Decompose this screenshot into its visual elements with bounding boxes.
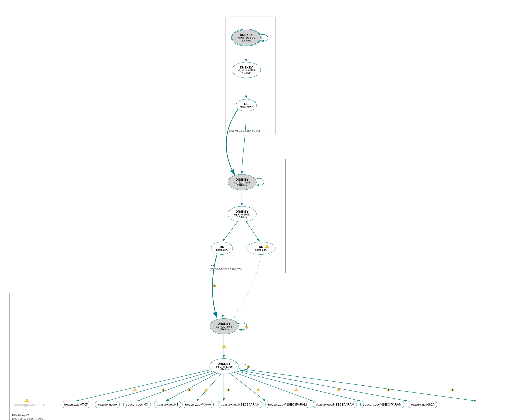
rrset-aaaa-label: treasury.gov/AAAA (185, 403, 211, 406)
rrset-ns[interactable]: treasury.gov/NS (154, 401, 181, 408)
warning-icon (204, 388, 208, 392)
root-ksk-title: DNSKEY (240, 33, 253, 37)
gov-ds1-line2: digest alg=2 (216, 249, 228, 251)
tr-ksk-line3: 1024 bits (219, 328, 229, 331)
rrset-soa[interactable]: treasury.gov/SOA (408, 401, 437, 408)
rrset-n3p2-label: treasury.gov/NSEC3PARAM (268, 403, 307, 406)
node-root-zsk[interactable]: DNSKEY alg=8, id=60955 2048 bits (232, 62, 261, 78)
tr-ksk-title: DNSKEY (218, 322, 230, 325)
zone-gov-time: (2023-05-12 03:27:20 UTC) (210, 268, 241, 271)
gov-zsk-line3: 1280 bits (237, 216, 247, 218)
node-root-ksk[interactable]: DNSKEY alg=8, id=20326 2048 bits (232, 30, 261, 45)
gov-ds1-title: DS (220, 245, 224, 249)
gov-ds2-title: DS (259, 245, 263, 249)
rrset-mx[interactable]: treasury.gov/MX (123, 401, 151, 408)
rrset-a-label: treasury.gov/A (98, 403, 117, 406)
gov-ds2-line2: digest alg=1 (255, 249, 267, 251)
root-zsk-title: DNSKEY (240, 66, 253, 69)
zone-root-name: . (228, 125, 260, 129)
warning-icon (222, 344, 226, 348)
warning-icon (25, 398, 29, 403)
rrset-n3p3-label: treasury.gov/NSEC3PARAM (315, 403, 354, 406)
zone-gov-name: gov (210, 263, 241, 268)
rrset-soa-label: treasury.gov/SOA (410, 403, 435, 406)
gov-zsk-line2: alg=8, id=50011 (233, 213, 251, 216)
warning-icon (247, 365, 251, 369)
node-gov-zsk[interactable]: DNSKEY alg=8, id=50011 1280 bits (228, 206, 256, 222)
rrset-txt[interactable]: treasury.gov/TXT (62, 401, 90, 408)
rrset-aaaa[interactable]: treasury.gov/AAAA (182, 401, 214, 408)
rrset-txt-label: treasury.gov/TXT (64, 403, 88, 406)
rrset-ns-label: treasury.gov/NS (157, 403, 179, 406)
warning-icon (386, 388, 391, 392)
gov-zsk-title: DNSKEY (236, 210, 248, 213)
root-ksk-line2: alg=8, id=20326 (238, 37, 255, 39)
warning-icon (212, 283, 217, 287)
root-zsk-line3: 2048 bits (241, 72, 251, 75)
warning-icon (294, 388, 298, 392)
warning-icon (450, 388, 455, 392)
warning-icon (244, 325, 248, 329)
node-gov-ds1[interactable]: DS digest alg=2 (211, 242, 233, 255)
rrset-n3p4-label: treasury.gov/NSEC3PARAM (363, 403, 402, 406)
tr-zsk-line2: alg=7, id=31769 (216, 366, 233, 368)
node-root-ds[interactable]: DS digest alg=2 (236, 99, 257, 111)
node-gov-ksk[interactable]: DNSKEY alg=8, id=7698 2048 bits (228, 174, 256, 190)
gov-ksk-title: DNSKEY (236, 178, 248, 181)
root-zsk-line2: alg=8, id=60955 (238, 69, 255, 72)
rrset-n3p1[interactable]: treasury.gov/NSEC3PARAM (218, 401, 262, 408)
rrset-mx-label: treasury.gov/MX (126, 403, 148, 406)
rrset-n3p2[interactable]: treasury.gov/NSEC3PARAM (265, 401, 309, 408)
warning-icon (337, 388, 341, 392)
rrset-n3p4[interactable]: treasury.gov/NSEC3PARAM (360, 401, 404, 408)
tr-zsk-line3: 1024 bits (219, 368, 229, 371)
root-ds-title: DS (244, 102, 248, 106)
zone-treasury-name: treasury.gov (12, 413, 44, 417)
rrset-a[interactable]: treasury.gov/A (95, 401, 120, 408)
gov-ksk-line3: 2048 bits (237, 184, 247, 187)
diagram-canvas: . (2023-05-11 23:28:48 UTC) gov (2023-05… (5, 5, 518, 420)
rrset-n3p1-label: treasury.gov/NSEC3PARAM (221, 403, 259, 406)
node-gov-ds2[interactable]: DS digest alg=1 (247, 242, 276, 255)
root-ds-line2: digest alg=2 (240, 106, 253, 108)
zone-root-time: (2023-05-11 23:28:48 UTC) (228, 129, 260, 132)
node-tr-zsk[interactable]: DNSKEY alg=7, id=31769 1024 bits (210, 358, 239, 374)
rrset-n3p3[interactable]: treasury.gov/NSEC3PARAM (313, 401, 357, 408)
node-tr-ksk[interactable]: DNSKEY alg=7, id=4458 1024 bits (210, 318, 239, 334)
warning-icon (187, 388, 192, 392)
warning-icon (265, 244, 269, 248)
root-ksk-line3: 2048 bits (241, 39, 251, 42)
warning-icon (256, 388, 260, 392)
faded-dnskey-label: treasury.gov/DNSKEY (15, 403, 45, 407)
tr-zsk-title: DNSKEY (218, 362, 230, 366)
warning-icon (226, 388, 231, 392)
warning-icon (161, 388, 165, 392)
zone-treasury-time: (2023-05-12 03:28:34 UTC) (12, 417, 44, 420)
tr-ksk-line2: alg=7, id=4458 (216, 325, 232, 328)
gov-ksk-line2: alg=8, id=7698 (234, 181, 250, 184)
warning-icon (133, 388, 137, 392)
